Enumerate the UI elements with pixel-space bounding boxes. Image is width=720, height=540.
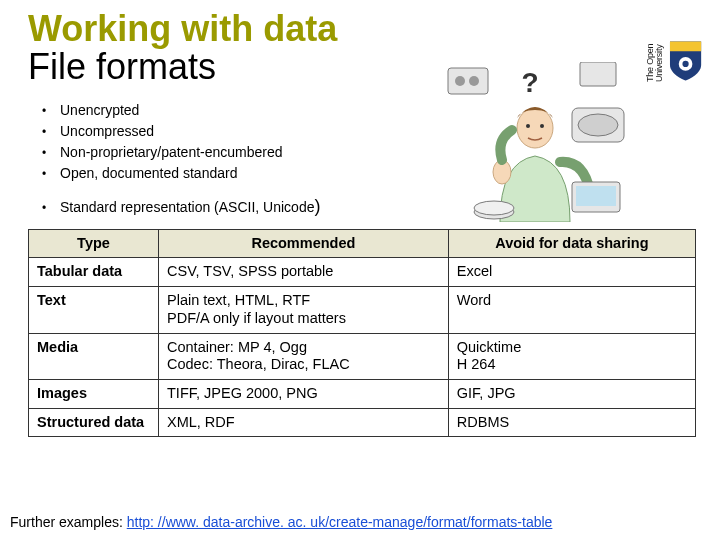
svg-point-4: [469, 76, 479, 86]
col-type: Type: [29, 229, 159, 258]
svg-point-10: [540, 124, 544, 128]
svg-rect-5: [580, 62, 616, 86]
bullet-icon: •: [42, 125, 60, 139]
footer: Further examples: http: //www. data-arch…: [0, 514, 720, 530]
svg-rect-2: [448, 68, 488, 94]
question-icon: ?: [521, 67, 538, 98]
slide: The Open University ?: [0, 0, 720, 540]
svg-point-15: [474, 201, 514, 215]
svg-point-9: [526, 124, 530, 128]
bullet-icon: •: [42, 201, 60, 215]
svg-point-3: [455, 76, 465, 86]
table-header-row: Type Recommended Avoid for data sharing: [29, 229, 696, 258]
table-row: Structured dataXML, RDFRDBMS: [29, 408, 696, 437]
bullet-icon: •: [42, 146, 60, 160]
table-row: Tabular dataCSV, TSV, SPSS portableExcel: [29, 258, 696, 287]
col-avoid: Avoid for data sharing: [448, 229, 695, 258]
footer-link[interactable]: http: //www. data-archive. ac. uk/create…: [127, 514, 553, 530]
bullet-icon: •: [42, 104, 60, 118]
svg-point-8: [517, 108, 553, 148]
table-row: ImagesTIFF, JPEG 2000, PNGGIF, JPG: [29, 379, 696, 408]
shield-icon: [669, 40, 702, 82]
formats-table: Type Recommended Avoid for data sharing …: [28, 229, 696, 438]
svg-point-7: [578, 114, 618, 136]
table-row: MediaContainer: MP 4, OggCodec: Theora, …: [29, 333, 696, 379]
thinking-person-illustration: ?: [440, 62, 630, 222]
bullet-icon: •: [42, 167, 60, 181]
svg-rect-13: [576, 186, 616, 206]
table-row: TextPlain text, HTML, RTFPDF/A only if l…: [29, 287, 696, 333]
footer-label: Further examples:: [10, 514, 127, 530]
col-recommended: Recommended: [159, 229, 449, 258]
ou-logo-text: The Open University: [646, 14, 665, 82]
ou-logo: The Open University: [646, 14, 702, 82]
title-line1: Working with data: [28, 10, 696, 48]
svg-point-1: [682, 61, 688, 67]
